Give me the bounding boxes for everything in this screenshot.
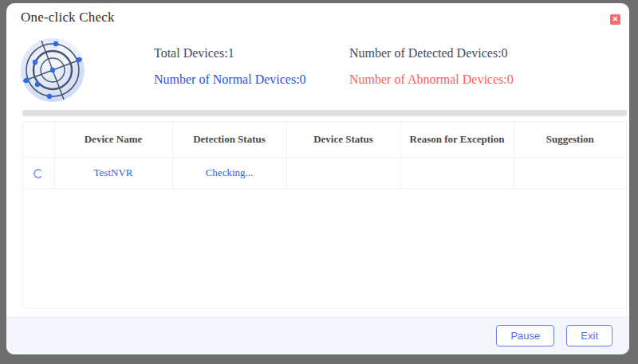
stat-abnormal-devices: Number of Abnormal Devices:0	[349, 72, 514, 87]
radar-icon	[18, 35, 88, 105]
stat-total-devices: Total Devices:1	[154, 46, 234, 61]
row-device-status	[286, 158, 400, 189]
close-icon[interactable]: ✕	[610, 14, 620, 25]
row-status-cell	[23, 158, 54, 189]
exit-button[interactable]: Exit	[566, 325, 612, 346]
loading-spinner-icon	[33, 169, 43, 178]
table-header-row: Device Name Detection Status Device Stat…	[23, 122, 626, 158]
column-header-detection-status: Detection Status	[172, 122, 286, 158]
column-header-select	[23, 122, 54, 158]
check-progress-bar	[22, 110, 627, 116]
column-header-device-name: Device Name	[54, 122, 172, 158]
table-row[interactable]: TestNVR Checking...	[23, 158, 626, 189]
row-detection-status: Checking...	[172, 158, 286, 189]
page-title: One-click Check	[21, 10, 115, 25]
row-suggestion	[514, 158, 626, 189]
dialog-footer: Pause Exit	[6, 317, 629, 354]
stat-detected-devices: Number of Detected Devices:0	[349, 46, 508, 61]
row-reason-for-exception	[400, 158, 514, 189]
column-header-reason-for-exception: Reason for Exception	[400, 122, 514, 158]
one-click-check-dialog: One-click Check ✕	[6, 3, 629, 354]
pause-button[interactable]: Pause	[496, 325, 554, 346]
stat-normal-devices: Number of Normal Devices:0	[154, 72, 306, 87]
column-header-suggestion: Suggestion	[514, 122, 626, 158]
row-device-name: TestNVR	[54, 158, 172, 189]
device-check-table: Device Name Detection Status Device Stat…	[23, 122, 626, 189]
column-header-device-status: Device Status	[286, 122, 400, 158]
device-check-table-container: Device Name Detection Status Device Stat…	[22, 121, 627, 309]
